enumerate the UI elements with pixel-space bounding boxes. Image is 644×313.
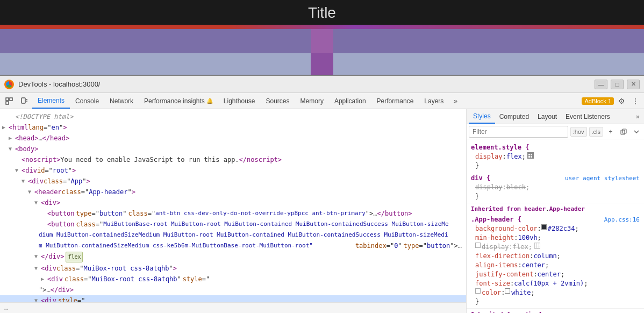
style-rule-div: div { user agent stylesheet display : bl…	[467, 172, 644, 203]
html-line[interactable]: ▼ </div> flex	[0, 251, 466, 263]
html-line[interactable]: ▼ <div id="root" >	[0, 165, 466, 176]
style-close-brace: }	[471, 161, 640, 170]
titlebar-controls: — □ ✕	[595, 80, 640, 89]
svg-rect-0	[6, 98, 9, 101]
inherited-header-app-header: Inherited from header.App-header	[467, 203, 644, 214]
html-line-cont[interactable]: m MuiButton-containedSizeMedium css-ke5b…	[0, 240, 466, 251]
preview-title: Title	[308, 4, 336, 22]
devtools-titlebar: DevTools - localhost:3000/ — □ ✕	[0, 76, 644, 93]
styles-panel: Styles Computed Layout Event Listeners »…	[467, 109, 644, 313]
html-line-cont[interactable]: dium MuiButton-containedSizeMedium MuiBu…	[0, 230, 466, 240]
filter-copy-icon[interactable]	[618, 126, 629, 137]
style-prop-alignitems: align-items : center ;	[471, 261, 640, 270]
filter-hov[interactable]: :hov	[570, 127, 587, 137]
devtools-title: DevTools - localhost:3000/	[18, 80, 595, 88]
style-close-brace: }	[471, 192, 640, 201]
elements-bottom-bar: …	[0, 302, 466, 313]
preview-row1	[0, 29, 644, 53]
chrome-favicon	[4, 80, 14, 89]
inherited-header-app: Inherited from div.App	[467, 308, 644, 313]
styles-tab-event-listeners[interactable]: Event Listeners	[561, 110, 614, 124]
tab-performance[interactable]: Performance	[371, 94, 419, 109]
minimize-button[interactable]: —	[595, 80, 607, 89]
styles-tabs-more[interactable]: »	[634, 112, 642, 120]
styles-filter-bar: :hov .cls +	[467, 124, 644, 139]
devtools-window: DevTools - localhost:3000/ — □ ✕ Element…	[0, 75, 644, 313]
styles-tab-layout[interactable]: Layout	[533, 110, 561, 124]
html-line[interactable]: <noscript> You need to enable JavaScript…	[0, 154, 466, 165]
tab-performance-insights[interactable]: Performance insights 🔔	[139, 94, 218, 109]
html-line[interactable]: ▼ <div class="App" >	[0, 176, 466, 187]
html-line-cont[interactable]: "> … </div>	[0, 284, 466, 295]
html-line[interactable]: ▶ <div class="MuiBox-root css-8atqhb" st…	[0, 274, 466, 284]
devtools-tabbar: Elements Console Network Performance ins…	[0, 93, 644, 109]
style-rule-app-header: .App-header { App.css:16 background-colo…	[467, 214, 644, 308]
html-line[interactable]: ▼ <div class="MuiBox-root css-8atqhb" >	[0, 263, 466, 274]
grid-icon	[527, 152, 534, 159]
html-line[interactable]: ▼ <body>	[0, 144, 466, 154]
style-prop-bg: background-color : #282c34 ;	[471, 224, 640, 233]
tab-elements[interactable]: Elements	[32, 94, 70, 109]
prop-checkbox[interactable]	[475, 243, 481, 248]
filter-add-icon[interactable]: +	[605, 126, 616, 137]
more-options-icon[interactable]: ⋮	[629, 95, 642, 108]
preview-row2	[0, 53, 644, 75]
preview-area: Title	[0, 0, 644, 75]
maximize-button[interactable]: □	[611, 80, 624, 89]
style-prop-display: display : flex ;	[471, 243, 640, 252]
chrome-favicon-inner	[6, 81, 12, 88]
preview-top-bar	[0, 25, 644, 29]
color-swatch	[541, 224, 547, 230]
adblock-badge[interactable]: AdBlock 1	[582, 97, 614, 105]
style-rule-div-header: div { user agent stylesheet	[471, 174, 640, 183]
grid-icon-faded	[534, 243, 540, 249]
inspector-icon[interactable]	[2, 94, 16, 108]
tab-sources[interactable]: Sources	[261, 94, 295, 109]
svg-rect-1	[10, 98, 12, 101]
tabs-more-button[interactable]: »	[449, 94, 462, 108]
style-prop-justifycontent: justify-content : center ;	[471, 270, 640, 279]
tab-right-icons: AdBlock 1 ⚙ ⋮	[582, 95, 642, 108]
bottom-dots: …	[4, 304, 8, 311]
styles-tab-computed[interactable]: Computed	[495, 110, 533, 124]
perf-insights-badge: 🔔	[206, 98, 213, 104]
filter-cls[interactable]: .cls	[589, 127, 604, 137]
tab-console[interactable]: Console	[70, 94, 104, 109]
tab-network[interactable]: Network	[104, 94, 139, 109]
tab-lighthouse[interactable]: Lighthouse	[218, 94, 261, 109]
style-prop-flexdir: flex-direction : column ;	[471, 252, 640, 261]
html-line[interactable]: ▶ <head> … </head>	[0, 133, 466, 144]
style-rule-element: element.style { display : flex ; }	[467, 141, 644, 172]
elements-content[interactable]: <!DOCTYPE html> ▶ <html lang="en" > ▶ <h…	[0, 109, 466, 302]
device-icon[interactable]	[17, 94, 31, 108]
html-line[interactable]: ▶ <html lang="en" >	[0, 122, 466, 133]
html-line[interactable]: <button type="button" class="ant-btn css…	[0, 208, 466, 219]
style-prop-color: color : white ;	[471, 288, 640, 297]
html-line-selected[interactable]: ▼ <div style="	[0, 295, 466, 302]
style-prop-row: display : block ;	[471, 183, 640, 192]
svg-rect-3	[22, 98, 25, 103]
settings-icon[interactable]: ⚙	[615, 95, 628, 108]
style-close-brace2: }	[471, 297, 640, 307]
style-prop-row: display : flex ;	[471, 152, 640, 161]
color-swatch-white	[505, 288, 510, 294]
styles-filter-input[interactable]	[469, 126, 568, 138]
style-prop-fontsize: font-size : calc(10px + 2vmin) ;	[471, 279, 640, 288]
html-line[interactable]: <button class="MuiButtonBase-root MuiBut…	[0, 219, 466, 230]
color-checkbox[interactable]	[475, 288, 481, 294]
filter-expand-icon[interactable]	[631, 126, 642, 137]
styles-content[interactable]: element.style { display : flex ; }	[467, 139, 644, 313]
close-button[interactable]: ✕	[627, 80, 640, 89]
elements-panel: <!DOCTYPE html> ▶ <html lang="en" > ▶ <h…	[0, 109, 467, 313]
tab-layers[interactable]: Layers	[419, 94, 449, 109]
html-line[interactable]: ▼ <header class="App-header" >	[0, 187, 466, 197]
html-line[interactable]: ▼ <div >	[0, 197, 466, 208]
tab-memory[interactable]: Memory	[295, 94, 329, 109]
style-prop-minheight: min-height : 100vh ;	[471, 233, 640, 243]
styles-tab-styles[interactable]: Styles	[469, 110, 495, 124]
style-rule-header: element.style {	[471, 143, 640, 152]
html-line[interactable]: <!DOCTYPE html>	[0, 111, 466, 122]
devtools-main: <!DOCTYPE html> ▶ <html lang="en" > ▶ <h…	[0, 109, 644, 313]
svg-rect-2	[6, 102, 9, 104]
tab-application[interactable]: Application	[329, 94, 371, 109]
